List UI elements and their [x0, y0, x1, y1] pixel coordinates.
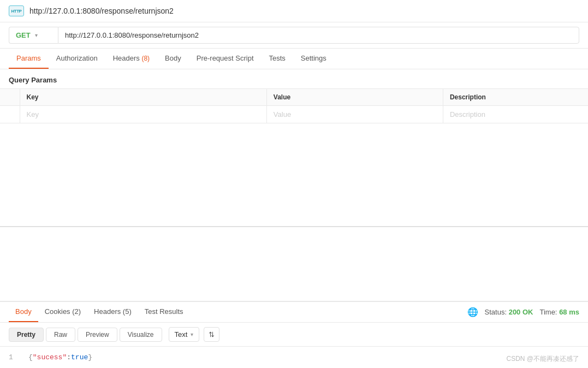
text-format-dropdown[interactable]: Text ▾	[169, 327, 200, 342]
watermark: CSDN @不能再凑还感了	[506, 354, 579, 364]
request-body-empty-area	[0, 123, 588, 227]
time-value: 68 ms	[559, 308, 579, 316]
tab-authorization[interactable]: Authorization	[49, 49, 105, 69]
response-tab-headers[interactable]: Headers (5)	[87, 302, 138, 322]
tab-headers[interactable]: Headers (8)	[105, 49, 157, 69]
col-description: Description	[443, 89, 588, 106]
status-value: 200 OK	[509, 308, 533, 316]
chevron-down-icon: ▾	[35, 32, 38, 38]
method-label: GET	[16, 31, 31, 39]
response-status-bar: 🌐 Status: 200 OK Time: 68 ms	[467, 307, 579, 317]
col-key: Key	[20, 89, 266, 106]
row-value-cell[interactable]: Value	[266, 106, 443, 123]
code-line-1: 1 {"sucess":true}	[9, 353, 579, 361]
url-input[interactable]	[58, 27, 579, 44]
tab-params[interactable]: Params	[9, 49, 49, 69]
response-area: Body Cookies (2) Headers (5) Test Result…	[0, 301, 588, 368]
globe-icon: 🌐	[467, 307, 478, 317]
format-visualize-button[interactable]: Visualize	[120, 328, 162, 342]
row-description-cell[interactable]: Description	[443, 106, 588, 123]
format-preview-button[interactable]: Preview	[78, 328, 117, 342]
text-dropdown-chevron: ▾	[191, 331, 193, 337]
wrap-button[interactable]: ⇄	[204, 327, 219, 342]
response-tab-test-results[interactable]: Test Results	[138, 302, 190, 322]
params-table: Key Value Description Key Value Descript…	[0, 88, 588, 123]
status-label: Status: 200 OK	[485, 308, 533, 316]
response-tab-body[interactable]: Body	[9, 302, 38, 322]
format-bar: Pretty Raw Preview Visualize Text ▾ ⇄	[0, 323, 588, 347]
title-url: http://127.0.0.1:8080/response/returnjso…	[29, 7, 174, 15]
format-pretty-button[interactable]: Pretty	[9, 328, 44, 342]
format-raw-button[interactable]: Raw	[46, 328, 75, 342]
code-content: {"sucess":true}	[28, 353, 92, 361]
code-area: 1 {"sucess":true}	[0, 347, 588, 368]
tab-body[interactable]: Body	[157, 49, 189, 69]
http-icon: HTTP	[9, 5, 24, 16]
query-params-title: Query Params	[0, 69, 588, 88]
wrap-icon: ⇄	[207, 331, 216, 337]
col-value: Value	[266, 89, 443, 106]
tab-settings[interactable]: Settings	[293, 49, 334, 69]
method-select[interactable]: GET ▾	[9, 27, 58, 44]
title-bar: HTTP http://127.0.0.1:8080/response/retu…	[0, 0, 588, 22]
text-dropdown-label: Text	[175, 330, 188, 339]
table-row: Key Value Description	[0, 106, 588, 123]
tab-tests[interactable]: Tests	[262, 49, 293, 69]
response-tab-cookies[interactable]: Cookies (2)	[38, 302, 87, 322]
time-label: Time: 68 ms	[539, 308, 579, 316]
request-tabs: Params Authorization Headers (8) Body Pr…	[0, 49, 588, 69]
response-tabs-row: Body Cookies (2) Headers (5) Test Result…	[0, 302, 588, 323]
line-number: 1	[9, 353, 17, 361]
col-checkbox	[0, 89, 20, 106]
row-key-cell[interactable]: Key	[20, 106, 266, 123]
row-checkbox-cell	[0, 106, 20, 123]
request-bar: GET ▾	[0, 22, 588, 49]
tab-prerequest[interactable]: Pre-request Script	[189, 49, 262, 69]
